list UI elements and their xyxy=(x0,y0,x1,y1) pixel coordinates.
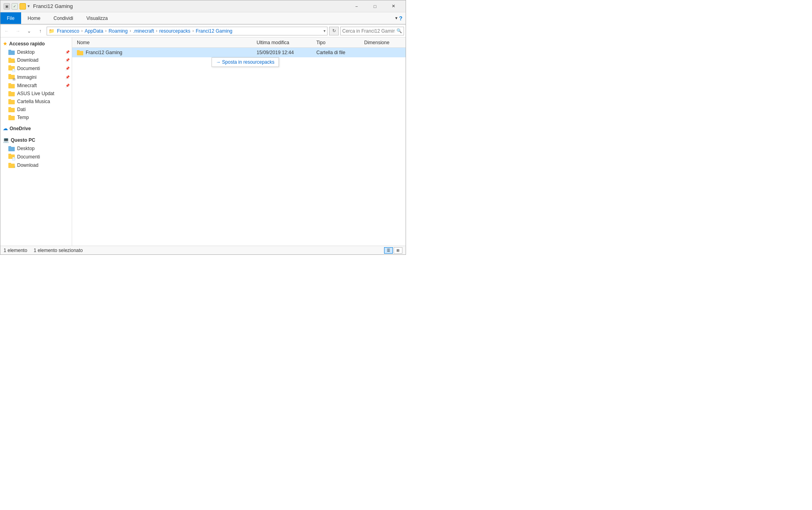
back-button[interactable]: ← xyxy=(2,26,12,36)
sidebar-item-temp[interactable]: Temp xyxy=(0,113,72,121)
ribbon: File Home Condividi Visualizza ▾ ? xyxy=(0,12,406,25)
sidebar-section-accesso-rapido[interactable]: ★ Accesso rapido xyxy=(0,39,72,48)
sidebar-item-documenti-pc[interactable]: 📄 Documenti xyxy=(0,152,72,161)
ribbon-tabs: File Home Condividi Visualizza ▾ ? xyxy=(0,12,406,24)
file-name-cell: Franci12 Gaming xyxy=(75,50,255,55)
sidebar-section-onedrive[interactable]: ☁ OneDrive xyxy=(0,124,72,133)
path-segment-3[interactable]: .minecraft xyxy=(132,28,155,34)
sidebar-item-desktop-quick[interactable]: Desktop 📌 xyxy=(0,48,72,56)
drag-tooltip: Sposta in resourcepacks xyxy=(212,57,279,67)
onedrive-icon: ☁ xyxy=(3,125,8,131)
folder-documenti-pc-icon: 📄 xyxy=(8,154,15,160)
sidebar-item-download-quick[interactable]: ↓ Download 📌 xyxy=(0,56,72,64)
search-box[interactable]: 🔍 xyxy=(340,27,404,35)
sidebar-item-label: Download xyxy=(17,57,38,63)
tab-condividi[interactable]: Condividi xyxy=(47,12,80,24)
tab-visualizza[interactable]: Visualizza xyxy=(80,12,115,24)
path-segment-0[interactable]: Francesco xyxy=(56,28,80,34)
file-area: Sposta in resourcepacks Nome Ultima modi… xyxy=(72,37,406,246)
folder-yellow-icon xyxy=(8,107,15,112)
sidebar-item-label: Download xyxy=(17,162,38,168)
folder-immagini-icon: 🖼 xyxy=(8,74,15,80)
sidebar-item-desktop-pc[interactable]: Desktop xyxy=(0,145,72,152)
path-segment-5[interactable]: Franci12 Gaming xyxy=(195,28,233,34)
maximize-button[interactable]: □ xyxy=(366,0,384,12)
sidebar-item-label: Minecraft xyxy=(17,83,37,88)
path-segment-4[interactable]: resourcepacks xyxy=(159,28,191,34)
path-segment-1[interactable]: AppData xyxy=(84,28,104,34)
sidebar-item-dati[interactable]: Dati xyxy=(0,106,72,113)
file-type-cell: Cartella di file xyxy=(315,50,363,55)
sidebar-item-label: Documenti xyxy=(17,66,40,71)
pin-icon: 📌 xyxy=(65,75,69,79)
pc-icon: 💻 xyxy=(3,137,9,143)
sidebar-item-minecraft[interactable]: Minecraft 📌 xyxy=(0,82,72,90)
search-input[interactable] xyxy=(342,28,395,34)
pin-icon: 📌 xyxy=(65,84,69,88)
table-row[interactable]: Franci12 Gaming 15/09/2019 12:44 Cartell… xyxy=(72,48,406,57)
status-bar: 1 elemento 1 elemento selezionato ☰ ⊞ xyxy=(0,246,406,254)
pin-icon: 📌 xyxy=(65,58,69,62)
sidebar-section-questo-pc[interactable]: 💻 Questo PC xyxy=(0,135,72,145)
minimize-button[interactable]: − xyxy=(347,0,366,12)
main-area: ★ Accesso rapido Desktop 📌 ↓ Download 📌 … xyxy=(0,37,406,246)
column-headers: Nome Ultima modifica Tipo Dimensione xyxy=(72,37,406,48)
forward-button[interactable]: → xyxy=(13,26,23,36)
file-folder-icon xyxy=(77,50,83,55)
file-date-cell: 15/09/2019 12:44 xyxy=(255,50,315,55)
address-path[interactable]: 📁 Francesco › AppData › Roaming › .minec… xyxy=(47,27,328,35)
accesso-rapido-label: Accesso rapido xyxy=(9,41,45,47)
folder-download-icon: ↓ xyxy=(8,58,15,63)
path-folder-icon: 📁 xyxy=(49,28,55,34)
title-separator: ▾ xyxy=(27,4,30,9)
questo-pc-label: Questo PC xyxy=(11,137,35,143)
tab-file[interactable]: File xyxy=(0,12,21,24)
star-icon: ★ xyxy=(3,41,8,47)
view-toggle: ☰ ⊞ xyxy=(384,247,402,254)
title-bar: ▣ ✓ ▾ Franci12 Gaming − □ ✕ xyxy=(0,0,406,12)
col-header-date[interactable]: Ultima modifica xyxy=(255,40,315,45)
sidebar-item-label: Cartella Musica xyxy=(17,99,50,104)
sidebar-item-label: Desktop xyxy=(17,146,35,151)
refresh-button[interactable]: ↻ xyxy=(329,27,339,35)
close-button[interactable]: ✕ xyxy=(384,0,402,12)
sidebar-item-documenti-quick[interactable]: 📄 Documenti 📌 xyxy=(0,64,72,73)
pin-icon: 📌 xyxy=(65,50,69,54)
window-title: Franci12 Gaming xyxy=(33,3,347,9)
title-bar-icons: ▣ ✓ ▾ xyxy=(4,3,30,10)
status-count: 1 elemento xyxy=(4,248,27,253)
status-selected: 1 elemento selezionato xyxy=(33,248,82,253)
tab-home[interactable]: Home xyxy=(21,12,47,24)
sidebar-item-asus[interactable]: ASUS Live Updat xyxy=(0,90,72,98)
folder-blue-icon xyxy=(8,146,15,151)
search-icon: 🔍 xyxy=(396,28,402,33)
path-segment-2[interactable]: Roaming xyxy=(108,28,128,34)
folder-yellow-icon xyxy=(8,83,15,88)
file-list: Franci12 Gaming 15/09/2019 12:44 Cartell… xyxy=(72,48,406,246)
address-bar: ← → ⌄ ↑ 📁 Francesco › AppData › Roaming … xyxy=(0,25,406,37)
ribbon-collapse-button[interactable]: ▾ ? xyxy=(392,12,406,24)
folder-blue-icon xyxy=(8,50,15,55)
up-button[interactable]: ↑ xyxy=(35,26,45,36)
sidebar-item-label: ASUS Live Updat xyxy=(17,91,54,96)
recent-button[interactable]: ⌄ xyxy=(24,26,34,36)
sidebar-item-cartella-musica[interactable]: Cartella Musica xyxy=(0,98,72,106)
sidebar-item-immagini-quick[interactable]: 🖼 Immagini 📌 xyxy=(0,73,72,82)
sidebar-item-label: Immagini xyxy=(17,74,37,80)
folder-yellow-icon xyxy=(8,115,15,120)
sidebar-item-label: Dati xyxy=(17,107,25,112)
list-view-button[interactable]: ☰ xyxy=(384,247,393,254)
sidebar-item-label: Desktop xyxy=(17,49,35,55)
col-header-name[interactable]: Nome xyxy=(75,40,255,45)
window-controls: − □ ✕ xyxy=(347,0,402,12)
col-header-type[interactable]: Tipo xyxy=(315,40,363,45)
col-header-size[interactable]: Dimensione xyxy=(363,40,402,45)
folder-yellow-icon xyxy=(8,99,15,104)
sidebar-item-download-pc[interactable]: ↓ Download xyxy=(0,161,72,169)
pin-icon: 📌 xyxy=(65,66,69,70)
checkmark-icon: ✓ xyxy=(12,3,18,10)
folder-download-pc-icon: ↓ xyxy=(8,163,15,168)
help-icon[interactable]: ? xyxy=(399,15,402,21)
thumbnail-view-button[interactable]: ⊞ xyxy=(394,247,402,254)
path-dropdown-icon[interactable]: ▾ xyxy=(324,29,326,33)
